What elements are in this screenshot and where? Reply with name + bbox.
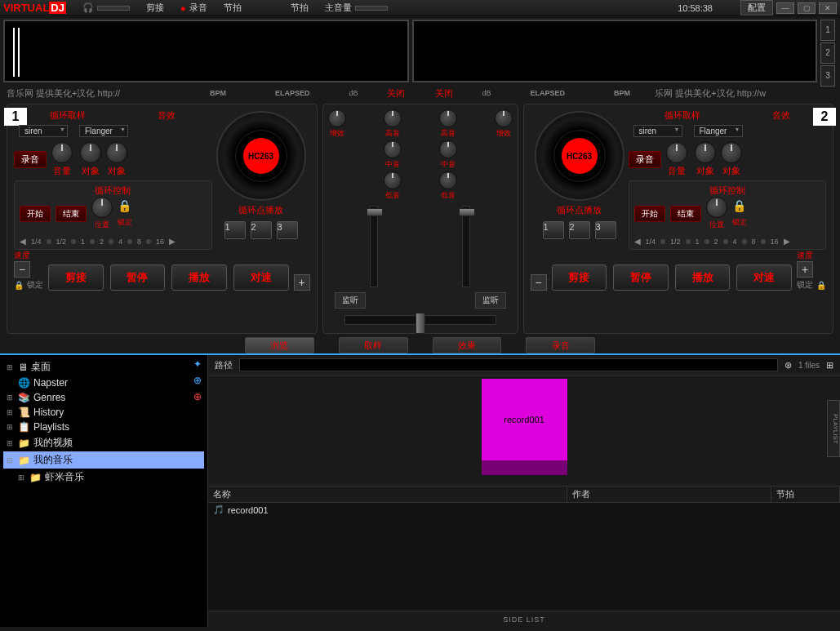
tree-genres[interactable]: ⊞📚Genres xyxy=(3,390,204,405)
fx-select-1[interactable]: Flanger xyxy=(79,125,128,137)
config-button[interactable]: 配置 xyxy=(740,0,773,16)
sampler-select-2[interactable]: siren xyxy=(633,125,682,137)
deck2-cue-3[interactable]: 3 xyxy=(595,221,616,239)
col-bpm[interactable]: 节拍 xyxy=(771,487,840,502)
deck2-cut-button[interactable]: 剪接 xyxy=(552,264,607,291)
fx-select-2[interactable]: Flanger xyxy=(694,125,743,137)
path-action-icon[interactable]: ⊛ xyxy=(784,360,792,371)
col-artist[interactable]: 作者 xyxy=(567,487,771,502)
view-toggle-icon[interactable]: ⊞ xyxy=(826,360,833,371)
minimize-button[interactable]: — xyxy=(776,2,794,14)
tree-action-1[interactable]: ✦ xyxy=(191,358,204,371)
tree-napster[interactable]: 🌐Napster xyxy=(3,375,204,390)
deck1-sync-button[interactable]: 对速 xyxy=(233,264,289,291)
tree-history[interactable]: ⊞📜History xyxy=(3,405,204,420)
deck1-loop-pos-knob[interactable] xyxy=(91,197,113,218)
deck2-speed-minus[interactable]: − xyxy=(531,274,547,291)
deck2-cue-2[interactable]: 2 xyxy=(569,221,590,239)
sampler-select-1[interactable]: siren xyxy=(19,125,68,137)
deck2-loop-end[interactable]: 结束 xyxy=(670,206,701,222)
file-row-1[interactable]: 🎵record001 xyxy=(208,503,840,517)
high-knob-1[interactable] xyxy=(384,109,402,127)
tree-action-2[interactable]: ⊕ xyxy=(191,375,204,388)
playlist-tab[interactable]: PLAYLIST xyxy=(827,400,840,457)
close-button[interactable]: ✕ xyxy=(819,2,837,14)
crossfader[interactable] xyxy=(344,315,496,325)
titlebar-beat2[interactable]: 节拍 xyxy=(291,2,309,14)
deck1-cue-1[interactable]: 1 xyxy=(224,221,246,239)
deck1-loop-next[interactable]: ▶ xyxy=(169,237,176,246)
lock-icon[interactable]: 🔒 xyxy=(816,281,826,290)
lock-icon[interactable]: 🔒 xyxy=(118,199,132,216)
deck1-cue-3[interactable]: 3 xyxy=(277,221,298,239)
deck1-sample-vol-knob[interactable] xyxy=(51,142,73,163)
lock-icon[interactable]: 🔒 xyxy=(732,199,747,216)
channel-fader-2[interactable] xyxy=(462,206,470,287)
deck2-loop-next[interactable]: ▶ xyxy=(784,237,790,246)
deck1-cut-button[interactable]: 剪接 xyxy=(48,264,104,291)
folder-tree[interactable]: ⊞🖥桌面 🌐Napster ⊞📚Genres ⊞📜History ⊞📋Playl… xyxy=(0,355,208,627)
waveform-right[interactable] xyxy=(412,20,818,82)
wave-preset-2[interactable]: 2 xyxy=(820,42,835,64)
deck2-fx-knob1[interactable] xyxy=(695,142,716,163)
channel-fader-1[interactable] xyxy=(370,206,378,287)
master-volume[interactable]: 主音量 xyxy=(325,2,388,14)
wave-preset-3[interactable]: 3 xyxy=(820,65,835,87)
tree-action-3[interactable]: ⊕ xyxy=(191,391,204,404)
titlebar-record[interactable]: ●录音 xyxy=(180,2,207,14)
deck1-fx-knob1[interactable] xyxy=(80,142,101,163)
low-knob-2[interactable] xyxy=(439,171,457,189)
titlebar-cut[interactable]: 剪接 xyxy=(146,2,164,14)
deck2-pause-button[interactable]: 暂停 xyxy=(613,264,669,291)
gain-knob-1[interactable] xyxy=(328,109,346,127)
deck2-speed-plus[interactable]: + xyxy=(797,261,813,278)
deck1-speed-plus[interactable]: + xyxy=(294,274,310,291)
pfl-button-2[interactable]: 监听 xyxy=(475,292,506,309)
deck1-record-button[interactable]: 录音 xyxy=(14,151,47,168)
sidelist-bar[interactable]: SIDE LIST xyxy=(208,611,840,627)
deck1-loop-start[interactable]: 开始 xyxy=(20,206,51,222)
deck1-play-button[interactable]: 播放 xyxy=(171,264,227,291)
tree-desktop[interactable]: ⊞🖥桌面 xyxy=(3,358,204,375)
deck2-sync-button[interactable]: 对速 xyxy=(736,264,792,291)
deck1-fx-knob2[interactable] xyxy=(106,142,127,163)
deck2-record-button[interactable]: 录音 xyxy=(629,151,661,168)
mid-knob-2[interactable] xyxy=(439,140,457,158)
deck1-loop-prev[interactable]: ◀ xyxy=(20,237,26,246)
deck2-fx-knob2[interactable] xyxy=(721,142,742,163)
deck2-loop-prev[interactable]: ◀ xyxy=(634,237,641,246)
tree-xiami[interactable]: ⊞📁虾米音乐 xyxy=(3,469,204,486)
deck2-sample-vol-knob[interactable] xyxy=(666,142,687,163)
headphone-section[interactable]: 🎧 xyxy=(82,2,130,13)
wave-preset-1[interactable]: 1 xyxy=(820,20,835,41)
deck1-loop-end[interactable]: 结束 xyxy=(56,206,87,222)
mid-knob-1[interactable] xyxy=(384,140,402,158)
waveform-left[interactable] xyxy=(3,20,409,82)
high-knob-2[interactable] xyxy=(439,109,457,127)
deck2-cue-1[interactable]: 1 xyxy=(543,221,564,239)
low-knob-1[interactable] xyxy=(384,171,402,189)
lock-icon[interactable]: 🔒 xyxy=(14,281,24,290)
deck1-pause-button[interactable]: 暂停 xyxy=(110,264,166,291)
tab-browse[interactable]: 浏览 xyxy=(245,337,314,353)
tab-sample[interactable]: 取样 xyxy=(339,337,408,353)
deck1-jogwheel[interactable]: HC263 xyxy=(216,111,306,201)
deck2-play-button[interactable]: 播放 xyxy=(675,264,731,291)
gain-knob-2[interactable] xyxy=(495,109,513,127)
tree-playlists[interactable]: ⊞📋Playlists xyxy=(3,420,204,434)
deck2-jogwheel[interactable]: HC263 xyxy=(535,111,624,201)
file-thumbnail[interactable]: record001 xyxy=(482,379,567,475)
tree-mymusic[interactable]: ⊟📁我的音乐 xyxy=(3,451,204,469)
deck2-loop-pos-knob[interactable] xyxy=(706,197,727,218)
maximize-button[interactable]: ▢ xyxy=(798,2,816,14)
titlebar-beat[interactable]: 节拍 xyxy=(224,2,242,14)
col-name[interactable]: 名称 xyxy=(208,487,567,502)
tab-fx[interactable]: 效果 xyxy=(433,337,502,353)
path-input[interactable] xyxy=(239,358,778,371)
tab-record[interactable]: 录音 xyxy=(526,337,595,353)
deck2-loop-start[interactable]: 开始 xyxy=(634,206,665,222)
deck1-cue-2[interactable]: 2 xyxy=(251,221,272,239)
tree-myvideo[interactable]: ⊞📁我的视频 xyxy=(3,434,204,451)
deck1-speed-minus[interactable]: − xyxy=(14,261,30,278)
pfl-button-1[interactable]: 监听 xyxy=(335,292,366,309)
